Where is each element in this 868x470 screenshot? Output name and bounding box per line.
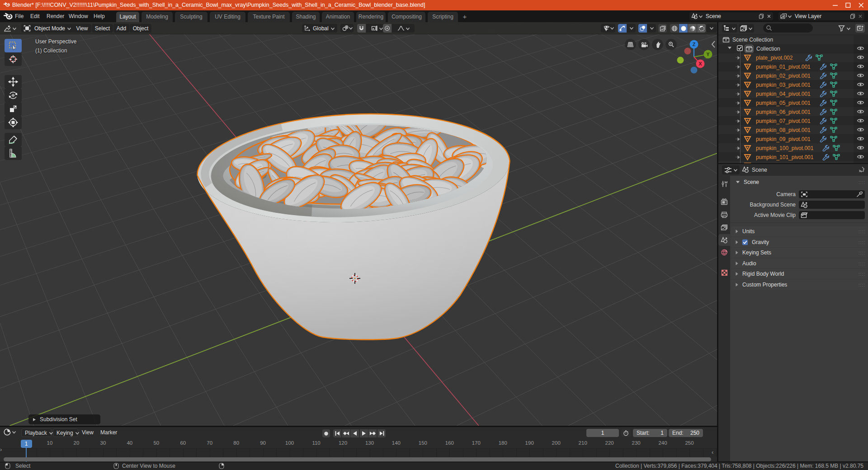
svg-text:Y: Y — [706, 52, 710, 57]
svg-text:Z: Z — [693, 42, 696, 47]
svg-text:X: X — [698, 61, 702, 66]
